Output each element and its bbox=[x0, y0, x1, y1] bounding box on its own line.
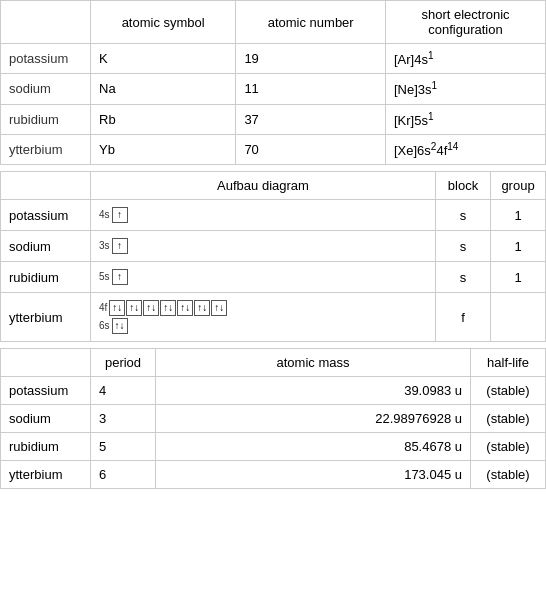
number-rubidium: 37 bbox=[236, 104, 386, 134]
block-ytterbium: f bbox=[436, 293, 491, 342]
table-mass: period atomic mass half-life potassium 4… bbox=[0, 348, 546, 489]
mass-sodium: 22.98976928 u bbox=[156, 405, 471, 433]
table-row: rubidium 5s ↑ s 1 bbox=[1, 262, 546, 293]
table-row: sodium 3 22.98976928 u (stable) bbox=[1, 405, 546, 433]
table-row: ytterbium Yb 70 [Xe]6s24f14 bbox=[1, 134, 546, 164]
number-ytterbium: 70 bbox=[236, 134, 386, 164]
group-ytterbium bbox=[491, 293, 546, 342]
col-header-block: block bbox=[436, 172, 491, 200]
period-ytterbium: 6 bbox=[91, 461, 156, 489]
col-header-number: atomic number bbox=[236, 1, 386, 44]
col-header-empty3 bbox=[1, 349, 91, 377]
element-name-potassium: potassium bbox=[1, 44, 91, 74]
config-rubidium: [Kr]5s1 bbox=[386, 104, 546, 134]
number-potassium: 19 bbox=[236, 44, 386, 74]
config-sodium: [Ne]3s1 bbox=[386, 74, 546, 104]
mass-ytterbium: 173.045 u bbox=[156, 461, 471, 489]
element-name-potassium-2: potassium bbox=[1, 200, 91, 231]
symbol-rubidium: Rb bbox=[91, 104, 236, 134]
table-aufbau: Aufbau diagram block group potassium 4s … bbox=[0, 171, 546, 342]
group-potassium: 1 bbox=[491, 200, 546, 231]
aufbau-sodium: 3s ↑ bbox=[91, 231, 436, 262]
element-name-sodium-2: sodium bbox=[1, 231, 91, 262]
halflife-ytterbium: (stable) bbox=[471, 461, 546, 489]
config-potassium: [Ar]4s1 bbox=[386, 44, 546, 74]
config-ytterbium: [Xe]6s24f14 bbox=[386, 134, 546, 164]
col-header-empty2 bbox=[1, 172, 91, 200]
period-rubidium: 5 bbox=[91, 433, 156, 461]
table-row: potassium 4s ↑ s 1 bbox=[1, 200, 546, 231]
element-name-sodium-3: sodium bbox=[1, 405, 91, 433]
block-rubidium: s bbox=[436, 262, 491, 293]
col-header-symbol: atomic symbol bbox=[91, 1, 236, 44]
block-potassium: s bbox=[436, 200, 491, 231]
aufbau-rubidium: 5s ↑ bbox=[91, 262, 436, 293]
col-header-empty1 bbox=[1, 1, 91, 44]
element-name-ytterbium: ytterbium bbox=[1, 134, 91, 164]
symbol-potassium: K bbox=[91, 44, 236, 74]
element-name-rubidium-3: rubidium bbox=[1, 433, 91, 461]
aufbau-potassium: 4s ↑ bbox=[91, 200, 436, 231]
table-row: potassium 4 39.0983 u (stable) bbox=[1, 377, 546, 405]
block-sodium: s bbox=[436, 231, 491, 262]
halflife-rubidium: (stable) bbox=[471, 433, 546, 461]
element-name-ytterbium-2: ytterbium bbox=[1, 293, 91, 342]
group-sodium: 1 bbox=[491, 231, 546, 262]
element-name-rubidium-2: rubidium bbox=[1, 262, 91, 293]
period-potassium: 4 bbox=[91, 377, 156, 405]
element-name-sodium: sodium bbox=[1, 74, 91, 104]
element-name-rubidium: rubidium bbox=[1, 104, 91, 134]
col-header-halflife: half-life bbox=[471, 349, 546, 377]
table-electronic-config: atomic symbol atomic number short electr… bbox=[0, 0, 546, 165]
table-row: sodium 3s ↑ s 1 bbox=[1, 231, 546, 262]
halflife-potassium: (stable) bbox=[471, 377, 546, 405]
number-sodium: 11 bbox=[236, 74, 386, 104]
table-row: potassium K 19 [Ar]4s1 bbox=[1, 44, 546, 74]
col-header-config: short electronicconfiguration bbox=[386, 1, 546, 44]
period-sodium: 3 bbox=[91, 405, 156, 433]
element-name-ytterbium-3: ytterbium bbox=[1, 461, 91, 489]
mass-rubidium: 85.4678 u bbox=[156, 433, 471, 461]
table-row: rubidium 5 85.4678 u (stable) bbox=[1, 433, 546, 461]
col-header-mass: atomic mass bbox=[156, 349, 471, 377]
table-row: rubidium Rb 37 [Kr]5s1 bbox=[1, 104, 546, 134]
table-row: sodium Na 11 [Ne]3s1 bbox=[1, 74, 546, 104]
col-header-period: period bbox=[91, 349, 156, 377]
group-rubidium: 1 bbox=[491, 262, 546, 293]
table-row: ytterbium 6 173.045 u (stable) bbox=[1, 461, 546, 489]
element-name-potassium-3: potassium bbox=[1, 377, 91, 405]
table-row: ytterbium 4f ↑↓ ↑↓ ↑↓ ↑↓ ↑↓ ↑↓ ↑↓ 6s ↑↓ … bbox=[1, 293, 546, 342]
halflife-sodium: (stable) bbox=[471, 405, 546, 433]
mass-potassium: 39.0983 u bbox=[156, 377, 471, 405]
symbol-sodium: Na bbox=[91, 74, 236, 104]
symbol-ytterbium: Yb bbox=[91, 134, 236, 164]
col-header-aufbau: Aufbau diagram bbox=[91, 172, 436, 200]
aufbau-ytterbium: 4f ↑↓ ↑↓ ↑↓ ↑↓ ↑↓ ↑↓ ↑↓ 6s ↑↓ bbox=[91, 293, 436, 342]
col-header-group: group bbox=[491, 172, 546, 200]
